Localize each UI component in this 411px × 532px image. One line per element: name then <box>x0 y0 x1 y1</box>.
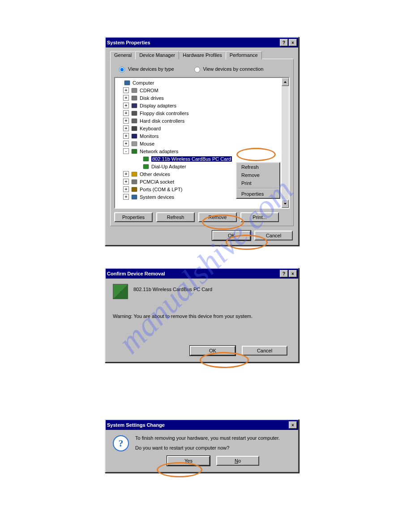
confirm-removal-dialog: Confirm Device Removal ? × 802.11b Wirel… <box>105 268 299 363</box>
svg-rect-4 <box>132 111 137 116</box>
help-button[interactable]: ? <box>280 270 288 277</box>
tree-child-item[interactable]: 802.11b Wireless CardBus PC Card <box>115 155 282 163</box>
radio-by-connection-label: View devices by connection <box>203 66 264 72</box>
titlebar[interactable]: Confirm Device Removal ? × <box>106 269 298 279</box>
expander-icon[interactable]: + <box>123 87 129 93</box>
tree-item[interactable]: +Monitors <box>115 132 282 140</box>
confirm-ok-button[interactable]: OK <box>190 346 235 356</box>
tree-item-label: System devices <box>140 194 174 200</box>
radio-by-connection[interactable]: View devices by connection <box>192 65 264 73</box>
expander-icon[interactable]: + <box>123 95 129 101</box>
message-line2: Do you want to restart your computer now… <box>135 445 291 450</box>
yesno-row: Yes No <box>135 456 291 466</box>
titlebar[interactable]: System Properties ? × <box>106 38 298 47</box>
tree-item-label: Display adapters <box>140 103 176 108</box>
svg-rect-3 <box>132 103 137 108</box>
context-refresh[interactable]: Refresh <box>237 163 279 171</box>
other-icon <box>131 171 138 177</box>
port-icon <box>131 186 138 193</box>
svg-rect-1 <box>132 88 137 93</box>
expander-icon[interactable]: + <box>123 133 129 139</box>
svg-rect-11 <box>143 164 149 169</box>
hdd-icon <box>131 118 138 124</box>
close-button[interactable]: × <box>289 421 297 429</box>
tree-root[interactable]: Computer <box>115 79 282 86</box>
tree-child-label: Dial-Up Adapter <box>151 164 186 169</box>
confirm-cancel-button[interactable]: Cancel <box>242 346 287 356</box>
titlebar-title: System Properties <box>107 40 279 45</box>
expander-icon[interactable]: + <box>123 186 129 192</box>
computer-icon <box>124 80 131 86</box>
tree-item[interactable]: +Mouse <box>115 140 282 147</box>
tree-item[interactable]: +Display adapters <box>115 102 282 109</box>
expander-icon[interactable]: - <box>123 148 129 154</box>
tree-button-row: Properties Refresh Remove Print... <box>114 212 290 222</box>
expander-icon[interactable]: + <box>123 194 129 200</box>
svg-rect-2 <box>132 96 137 100</box>
scroll-down-button[interactable] <box>282 200 289 208</box>
device-tree[interactable]: Computer+CDROM+Disk drives+Display adapt… <box>114 77 290 209</box>
tree-item[interactable]: +Floppy disk controllers <box>115 109 282 117</box>
ok-button[interactable]: OK <box>212 231 251 240</box>
refresh-button[interactable]: Refresh <box>156 212 195 222</box>
tree-item[interactable]: +Hard disk controllers <box>115 117 282 124</box>
context-properties[interactable]: Properties <box>237 190 279 198</box>
tree-root-label: Computer <box>133 80 154 86</box>
titlebar-title: Confirm Device Removal <box>107 271 279 276</box>
radio-by-type-label: View devices by type <box>128 66 174 72</box>
tab-device-manager[interactable]: Device Manager <box>135 51 179 60</box>
tree-item[interactable]: -Network adapters <box>115 147 282 155</box>
titlebar[interactable]: System Settings Change × <box>106 420 298 430</box>
svg-rect-10 <box>143 157 149 161</box>
tree-item-label: Disk drives <box>140 95 164 101</box>
svg-rect-5 <box>132 119 137 123</box>
radio-by-connection-input[interactable] <box>194 67 200 73</box>
expander-icon[interactable]: + <box>123 110 129 116</box>
tree-scrollbar[interactable] <box>282 78 289 208</box>
help-button[interactable]: ? <box>280 39 288 46</box>
close-button[interactable]: × <box>289 270 297 277</box>
expander-icon[interactable]: + <box>123 179 129 184</box>
view-mode-group: View devices by type View devices by con… <box>114 64 290 77</box>
context-print[interactable]: Print <box>237 179 279 187</box>
tab-hardware-profiles[interactable]: Hardware Profiles <box>179 51 226 60</box>
yes-button[interactable]: Yes <box>167 456 210 466</box>
expander-icon[interactable]: + <box>123 103 129 108</box>
dialog-bottom-row: OK Cancel <box>110 231 294 240</box>
system-properties-dialog: System Properties ? × General Device Man… <box>105 37 299 246</box>
expander-icon[interactable]: + <box>123 141 129 146</box>
context-remove[interactable]: Remove <box>237 171 279 179</box>
tab-performance[interactable]: Performance <box>226 51 262 60</box>
close-button[interactable]: × <box>289 39 297 46</box>
tree-item-label: Mouse <box>140 141 154 146</box>
no-button[interactable]: No <box>216 456 259 466</box>
mouse-icon <box>131 141 138 147</box>
scroll-track[interactable] <box>282 86 289 200</box>
radio-by-type[interactable]: View devices by type <box>117 65 174 73</box>
tree-item[interactable]: +CDROM <box>115 86 282 94</box>
tree-item[interactable]: +Keyboard <box>115 124 282 132</box>
network-icon <box>131 148 138 154</box>
tree-item[interactable]: +Disk drives <box>115 94 282 102</box>
expander-icon[interactable]: + <box>123 118 129 124</box>
print-button[interactable]: Print... <box>240 212 279 222</box>
dialog-client: General Device Manager Hardware Profiles… <box>106 47 298 245</box>
tab-general[interactable]: General <box>110 51 136 60</box>
remove-button[interactable]: Remove <box>198 212 237 222</box>
svg-rect-15 <box>132 195 137 199</box>
tab-strip: General Device Manager Hardware Profiles… <box>110 51 294 60</box>
question-icon: ? <box>113 435 129 451</box>
cancel-button[interactable]: Cancel <box>254 231 293 240</box>
svg-rect-8 <box>132 142 137 146</box>
disk-icon <box>131 95 138 101</box>
expander-icon[interactable]: + <box>123 171 129 177</box>
tree-item-label: PCMCIA socket <box>140 179 174 184</box>
nic-icon <box>142 163 150 170</box>
scroll-up-button[interactable] <box>282 78 289 86</box>
device-name: 802.11b Wireless CardBus PC Card <box>133 284 212 292</box>
properties-button[interactable]: Properties <box>114 212 153 222</box>
radio-by-type-input[interactable] <box>119 67 125 73</box>
system-settings-change-dialog: System Settings Change × ? To finish rem… <box>105 419 299 473</box>
expander-icon[interactable]: + <box>123 125 129 131</box>
device-context-menu: Refresh Remove Print Properties <box>236 162 280 199</box>
